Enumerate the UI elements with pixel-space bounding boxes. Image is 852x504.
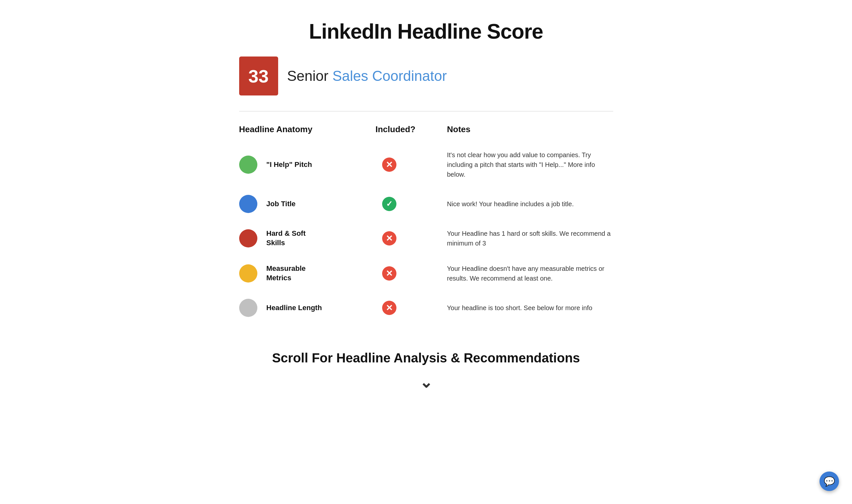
label-skills: Hard & SoftSkills [266,229,306,248]
icon-check-jobtitle: ✓ [382,197,396,211]
row-label: Headline Length [239,299,376,317]
notes-ihelp: It's not clear how you add value to comp… [447,150,613,179]
page-title: LinkedIn Headline Score [239,19,613,43]
table-row: Job Title ✓ Nice work! Your headline inc… [239,187,613,221]
headline-highlight: Sales Coordinator [332,68,447,84]
table-row: "I Help" Pitch ✕ It's not clear how you … [239,142,613,187]
label-ihelp: "I Help" Pitch [266,160,312,169]
dot-length [239,299,257,317]
included-metrics: ✕ [376,266,447,281]
included-length: ✕ [376,301,447,315]
col-header-anatomy: Headline Anatomy [239,124,376,134]
icon-x-length: ✕ [382,301,396,315]
score-row: 33 Senior Sales Coordinator [239,56,613,95]
row-label: Job Title [239,195,376,213]
dot-jobtitle [239,195,257,213]
dot-metrics [239,264,257,283]
dot-skills [239,229,257,248]
included-ihelp: ✕ [376,158,447,172]
notes-skills: Your Headline has 1 hard or soft skills.… [447,229,613,248]
page-container: LinkedIn Headline Score 33 Senior Sales … [213,0,639,504]
dot-ihelp [239,156,257,174]
chat-button[interactable]: 💬 [819,471,839,491]
included-jobtitle: ✓ [376,197,447,211]
notes-metrics: Your Headline doesn't have any measurabl… [447,264,613,283]
label-metrics: MeasurableMetrics [266,264,306,283]
notes-jobtitle: Nice work! Your headline includes a job … [447,199,613,209]
notes-length: Your headline is too short. See below fo… [447,303,613,313]
row-label: "I Help" Pitch [239,156,376,174]
table-header: Headline Anatomy Included? Notes [239,124,613,140]
chevron-down-icon: ⌄ [239,373,613,391]
icon-x-ihelp: ✕ [382,158,396,172]
row-label: MeasurableMetrics [239,264,376,283]
score-badge: 33 [239,56,278,95]
label-jobtitle: Job Title [266,199,296,209]
table-row: MeasurableMetrics ✕ Your Headline doesn'… [239,256,613,291]
row-label: Hard & SoftSkills [239,229,376,248]
scroll-cta: Scroll For Headline Analysis & Recommend… [239,351,613,365]
table-row: Hard & SoftSkills ✕ Your Headline has 1 … [239,221,613,256]
headline-text: Senior Sales Coordinator [287,68,447,84]
scroll-section: Scroll For Headline Analysis & Recommend… [239,344,613,391]
chat-icon: 💬 [824,476,835,487]
icon-x-metrics: ✕ [382,266,396,281]
col-header-included: Included? [376,124,447,134]
col-header-notes: Notes [447,124,613,134]
anatomy-table: "I Help" Pitch ✕ It's not clear how you … [239,142,613,325]
section-divider [239,111,613,111]
label-length: Headline Length [266,303,322,313]
icon-x-skills: ✕ [382,231,396,246]
included-skills: ✕ [376,231,447,246]
headline-prefix: Senior [287,68,332,84]
table-row: Headline Length ✕ Your headline is too s… [239,291,613,325]
